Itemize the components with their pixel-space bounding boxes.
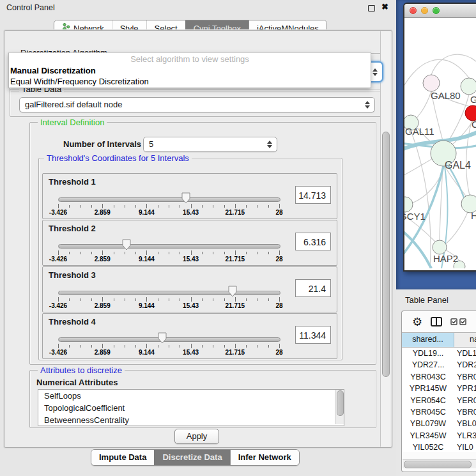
tick-mark <box>91 345 92 348</box>
attribute-item-betweennesscentrality[interactable]: BetweennessCentrality <box>38 414 344 426</box>
table-cell-name[interactable]: YBR0 <box>454 371 476 383</box>
tick-mark <box>114 205 114 208</box>
threshold-value-field[interactable]: 6.316 <box>295 233 331 250</box>
table-panel: Table Panel ⚙ shared... na... <box>396 289 476 476</box>
node-label-hap2: HAP2 <box>433 253 458 264</box>
table-cell-name[interactable]: YBL0 <box>454 418 476 429</box>
checkbox-icon[interactable] <box>459 318 466 325</box>
tick-mark <box>202 205 203 208</box>
table-header-row: shared... na... <box>402 332 476 348</box>
table-cell-shared-name[interactable]: YBL079W <box>402 418 454 429</box>
tick-mark <box>69 298 70 301</box>
table-horizontal-scrollbar-thumb[interactable] <box>404 461 472 468</box>
table-data-combobox[interactable]: galFiltered.sif default node <box>19 97 375 112</box>
node-top-right[interactable] <box>461 78 476 95</box>
table-cell-name[interactable]: YBR0 <box>454 406 476 418</box>
table-row[interactable]: YBR045CYBR0 <box>402 406 476 418</box>
slider-track[interactable] <box>58 244 280 249</box>
table-row[interactable]: YBL079WYBL0 <box>402 418 476 429</box>
tick-mark <box>135 298 136 301</box>
table-row[interactable]: YDL19...YDL1 <box>402 348 476 359</box>
table-row[interactable]: YBR043CYBR0 <box>402 371 476 383</box>
tab-discretize-data[interactable]: Discretize Data <box>154 450 229 465</box>
tick-mark <box>169 252 169 254</box>
table-row[interactable]: YPR145WYPR1 <box>402 383 476 394</box>
threshold-value-field[interactable]: 21.4 <box>295 279 331 297</box>
table-cell-shared-name[interactable]: YDL19... <box>402 348 454 359</box>
threshold-value-field[interactable]: 11.344 <box>295 326 331 344</box>
hap2-node[interactable] <box>433 240 447 254</box>
threshold-value-field[interactable]: 14.713 <box>295 186 331 204</box>
tick-mark <box>158 252 158 254</box>
combo-stepper-icon[interactable] <box>365 101 370 109</box>
threshold-panel-4: Threshold 4-3.4262.8599.14415.4321.71528… <box>42 313 337 359</box>
column-header-shared-name[interactable]: shared... <box>402 333 454 347</box>
table-row[interactable]: YIL052CYIL0 <box>402 441 476 452</box>
tick-mark <box>268 298 269 301</box>
algorithm-option-manual-discretization[interactable]: Manual Discretization <box>9 65 371 76</box>
slider-track[interactable] <box>58 291 280 295</box>
gear-icon[interactable]: ⚙ <box>412 316 422 328</box>
attribute-item-topologicalcoefficient[interactable]: TopologicalCoefficient <box>38 402 344 414</box>
checkbox-icon[interactable] <box>450 318 457 325</box>
zoom-traffic-light-icon[interactable] <box>433 7 440 14</box>
table-cell-name[interactable]: YDR2 <box>454 359 476 371</box>
panel-scrollbar-thumb[interactable] <box>382 132 390 377</box>
column-header-name[interactable]: na... <box>454 333 476 347</box>
column-view-icon[interactable] <box>431 317 442 326</box>
combo-stepper-icon[interactable] <box>267 141 272 148</box>
table-cell-shared-name[interactable]: YIL052C <box>402 441 454 452</box>
table-cell-shared-name[interactable]: YPR145W <box>402 383 454 394</box>
algorithm-option-equal-width-frequency-discretization[interactable]: Equal Width/Frequency Discretization <box>9 76 371 87</box>
table-cell-shared-name[interactable]: YBR045C <box>402 406 454 418</box>
table-row[interactable]: YER054CYER0 <box>402 395 476 406</box>
table-cell-shared-name[interactable]: YDR27... <box>402 359 454 371</box>
interval-definition-title: Interval Definition <box>38 118 107 127</box>
slider-track[interactable] <box>58 197 280 202</box>
close-traffic-light-icon[interactable] <box>410 7 417 14</box>
close-icon[interactable]: ✖ <box>381 2 388 12</box>
table-row[interactable]: YLR345WYLR3 <box>402 430 476 441</box>
table-cell-name[interactable]: YLR3 <box>454 430 476 441</box>
table-cell-name[interactable]: YIL0 <box>454 441 476 452</box>
tab-impute-data[interactable]: Impute Data <box>91 450 154 465</box>
gcy1-node[interactable] <box>404 197 413 212</box>
slider-tick-labels: -3.4262.8599.14415.4321.71528 <box>58 349 280 356</box>
gal80-node[interactable] <box>423 75 440 91</box>
tick-mark <box>135 205 136 208</box>
node-label-gcy1: GCY1 <box>404 211 426 222</box>
apply-button[interactable]: Apply <box>174 429 219 444</box>
table-cell-shared-name[interactable]: YLR345W <box>402 430 454 441</box>
tab-infer-network[interactable]: Infer Network <box>230 450 299 465</box>
node-label-g: G <box>470 94 476 105</box>
numerical-attributes-listbox[interactable]: SelfLoopsTopologicalCoefficientBetweenne… <box>38 389 344 426</box>
slider-thumb[interactable] <box>228 286 237 297</box>
table-cell-name[interactable]: YDL1 <box>454 348 476 359</box>
slider-tick-labels: -3.4262.8599.14415.4321.71528 <box>58 302 280 309</box>
slider-thumb[interactable] <box>158 332 167 344</box>
bottom-tab-strip: Impute DataDiscretize DataInfer Network <box>91 449 300 466</box>
tick-mark <box>135 345 136 348</box>
listbox-items: SelfLoopsTopologicalCoefficientBetweenne… <box>38 390 344 426</box>
float-panel-icon[interactable] <box>368 5 375 12</box>
slider-thumb[interactable] <box>181 192 190 204</box>
table-cell-name[interactable]: YER0 <box>454 395 476 406</box>
tick-mark <box>202 345 203 348</box>
slider-track[interactable] <box>58 337 280 342</box>
number-of-intervals-combobox[interactable]: 5 <box>143 137 277 152</box>
tick-mark <box>213 205 213 208</box>
tick-mark <box>81 205 81 208</box>
network-canvas[interactable]: GAL80GCGAL11GAL4GCY1HHAP2 <box>404 18 476 268</box>
listbox-scrollbar-thumb[interactable] <box>337 390 344 416</box>
attribute-item-selfloops[interactable]: SelfLoops <box>38 390 344 402</box>
slider-thumb[interactable] <box>122 239 131 250</box>
tick-mark <box>135 252 136 254</box>
table-cell-name[interactable]: YPR1 <box>454 383 476 394</box>
network-graph: GAL80GCGAL11GAL4GCY1HHAP2 <box>404 18 476 268</box>
control-panel-titlebar: Control Panel ✖ <box>0 0 396 15</box>
table-row[interactable]: YDR27...YDR2 <box>402 359 476 371</box>
minimize-traffic-light-icon[interactable] <box>421 7 428 14</box>
table-cell-shared-name[interactable]: YBR043C <box>402 371 454 383</box>
table-cell-shared-name[interactable]: YER054C <box>402 395 454 406</box>
combo-stepper-icon[interactable] <box>372 68 378 76</box>
